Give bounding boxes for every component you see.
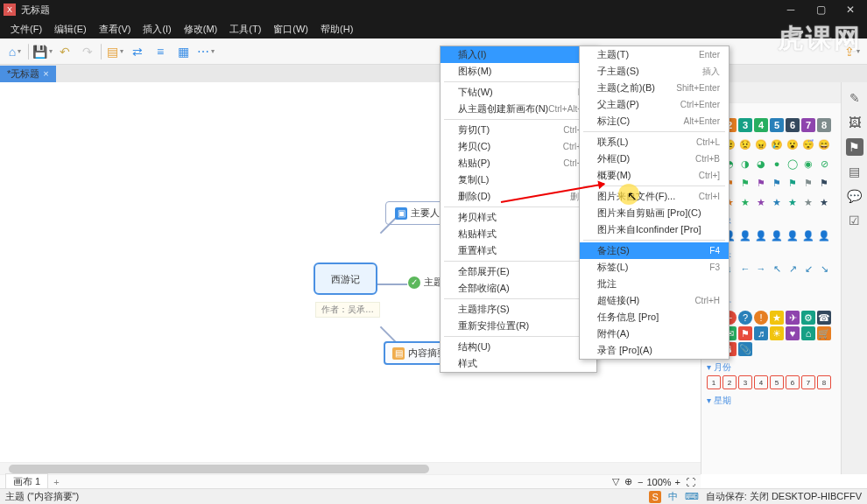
arrow-icon[interactable]: ↗ [786,262,800,276]
month-icon[interactable]: 5 [770,375,784,389]
menu-item[interactable]: 录音 [Pro](A) [580,342,729,359]
person-icon[interactable]: 👤 [738,228,752,242]
menu-insert[interactable]: 插入(I) [137,21,176,38]
zoom-out-button[interactable]: − [638,477,643,487]
month-icon[interactable]: 4 [754,375,768,389]
menu-view[interactable]: 查看(V) [94,21,137,38]
menu-item[interactable]: 任务信息 [Pro] [580,309,729,326]
star-icon[interactable]: ★ [817,195,831,209]
arrow-icon[interactable]: → [754,262,768,276]
menu-item[interactable]: 重置样式 [441,242,596,259]
menu-item[interactable]: 标签(L)F3 [580,259,729,276]
menu-item[interactable]: 标注(C)Alt+Enter [580,113,729,130]
menu-item[interactable]: 插入(I)▶ [441,46,596,63]
month-icon[interactable]: 2 [722,375,737,389]
menu-item[interactable]: 主题(T)Enter [580,46,729,63]
pie-icon[interactable]: ◉ [801,157,815,171]
ime-icon[interactable]: ⌨ [685,491,699,502]
sym-icon[interactable]: ⚑ [738,326,752,340]
minimize-button[interactable]: ─ [778,0,804,19]
pie-icon[interactable]: ◑ [738,157,752,171]
fit-button[interactable]: ⛶ [686,477,695,487]
flag-icon[interactable]: ⚑ [738,176,752,190]
filter-icon[interactable]: ▽ [612,476,619,487]
arrow-icon[interactable]: ↙ [801,262,815,276]
note-icon[interactable]: ▤ [846,163,863,180]
face-icon[interactable]: 😮 [786,137,800,151]
star-icon[interactable]: ★ [738,195,752,209]
menu-item[interactable]: 附件(A) [580,326,729,342]
person-icon[interactable]: 👤 [801,228,815,242]
redo-button[interactable]: ↷ [78,42,97,61]
close-tab-icon[interactable]: × [43,68,48,79]
save-button[interactable]: 💾 [32,42,52,61]
subnode-2[interactable]: ✓ 主题 [408,276,443,289]
sym-icon[interactable]: 📎 [738,342,752,356]
menu-item[interactable]: 主题(之前)(B)Shift+Enter [580,80,729,96]
horizontal-scrollbar[interactable] [0,462,701,474]
arrow-icon[interactable]: ← [738,262,752,276]
face-icon[interactable]: 😴 [801,137,815,151]
menu-item[interactable]: 复制(L) [441,172,596,188]
person-icon[interactable]: 👤 [770,228,784,242]
menu-item[interactable]: 子主题(S)插入 [580,63,729,80]
menu-item[interactable]: 图片来自Iconfinder [Pro] [580,221,729,238]
person-icon[interactable]: 👤 [786,228,800,242]
star-icon[interactable]: ★ [786,195,800,209]
menu-tools[interactable]: 工具(T) [224,21,266,38]
target-icon[interactable]: ⊕ [624,476,632,487]
submenu-insert[interactable]: 主题(T)Enter子主题(S)插入主题(之前)(B)Shift+Enter父主… [579,46,730,360]
comment-icon[interactable]: 💬 [846,187,863,205]
sym-icon[interactable]: ☎ [817,311,831,325]
flag-icon[interactable]: ⚑ [817,176,831,190]
task-icon[interactable]: ☑ [846,212,863,229]
menu-item[interactable]: 粘贴(P)Ctrl+V [441,155,596,172]
menu-item[interactable]: 图片来自文件(F)...Ctrl+I [580,188,729,205]
person-icon[interactable]: 👤 [754,228,768,242]
menu-item[interactable]: 结构(U)▶ [441,339,596,355]
flag-icon[interactable]: ⚑ [754,176,768,190]
menu-item[interactable]: 主题排序(S)▶ [441,301,596,318]
flag-icon[interactable]: ⚑ [786,176,800,190]
face-icon[interactable]: 😟 [738,137,752,151]
menu-item[interactable]: 拷贝(C)Ctrl+C [441,138,596,155]
priority-7-icon[interactable]: 7 [801,118,815,132]
priority-3-icon[interactable]: 3 [738,118,752,132]
priority-6-icon[interactable]: 6 [786,118,800,132]
pie-icon[interactable]: ● [770,157,784,171]
format-icon[interactable]: ✎ [846,89,863,107]
ime-icon[interactable]: 中 [668,490,678,503]
add-canvas-button[interactable]: + [48,477,64,487]
menu-item[interactable]: 批注 [580,276,729,292]
arrow-icon[interactable]: ↖ [770,262,784,276]
face-icon[interactable]: 😢 [770,137,784,151]
menu-item[interactable]: 从主题创建新画布(N)Ctrl+Alt+T [441,101,596,117]
summary-button[interactable]: ▦ [173,42,193,61]
more-button[interactable]: ⋯ [196,42,215,61]
pie-icon[interactable]: ◕ [754,157,768,171]
menu-item[interactable]: 图标(M)▶ [441,63,596,80]
pie-icon[interactable]: ◯ [786,157,800,171]
pie-icon[interactable]: ⊘ [817,157,831,171]
menu-modify[interactable]: 修改(M) [179,21,223,38]
sym-icon[interactable]: ☀ [770,326,784,340]
ime-icon[interactable]: S [649,491,660,503]
sym-icon[interactable]: ♬ [754,326,768,340]
face-icon[interactable]: 😄 [817,137,831,151]
link-button[interactable]: ⇄ [128,42,147,61]
menu-item[interactable]: 下钻(W)F6 [441,84,596,101]
month-icon[interactable]: 3 [738,375,752,389]
marker-icon[interactable]: ⚑ [846,138,863,156]
context-menu[interactable]: 插入(I)▶图标(M)▶下钻(W)F6从主题创建新画布(N)Ctrl+Alt+T… [440,46,597,373]
image-icon[interactable]: 🖼 [846,114,863,131]
undo-button[interactable]: ↶ [55,42,74,61]
arrow-icon[interactable]: ↘ [817,262,831,276]
star-icon[interactable]: ★ [801,195,815,209]
menu-item[interactable]: 超链接(H)Ctrl+H [580,292,729,309]
menu-item[interactable]: 删除(D)删除 [441,188,596,205]
month-icon[interactable]: 7 [801,375,815,389]
face-icon[interactable]: 😠 [754,137,768,151]
menu-item[interactable]: 备注(S)F4 [580,242,729,259]
sym-icon[interactable]: ★ [770,311,784,325]
document-tab[interactable]: *无标题 × [0,66,56,82]
